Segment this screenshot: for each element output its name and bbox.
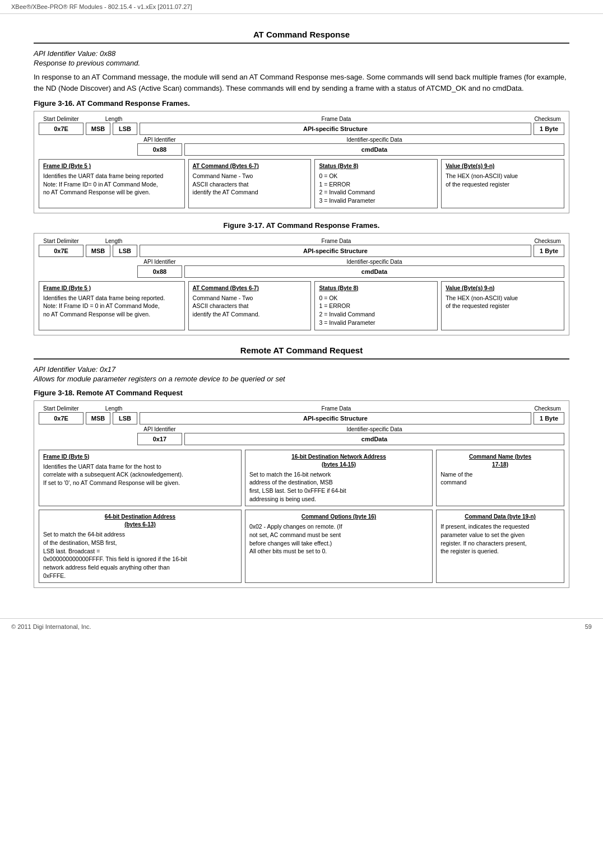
label-length-2: Length bbox=[86, 238, 142, 244]
label-api-id-3: API Identifier bbox=[137, 426, 182, 432]
detail3-cmd-name-box: Command Name (bytes17-18) Name of thecom… bbox=[436, 450, 564, 507]
cell-x7e-1: 0x7E bbox=[39, 123, 84, 135]
detail1-at-cmd-title: AT Command (Bytes 6-7) bbox=[193, 162, 307, 170]
detail3-cmd-data-box: Command Data (byte 19-n) If present, ind… bbox=[436, 510, 564, 583]
footer-copyright: © 2011 Digi Internatonal, Inc. bbox=[11, 623, 91, 630]
detail2-frame-id-text: Identifies the UART data frame being rep… bbox=[43, 294, 180, 319]
cell-api-specific-3: API-specific Structure bbox=[140, 412, 531, 424]
label-api-id-1: API Identifier bbox=[137, 137, 182, 143]
detail3-cmd-options-title: Command Options (byte 16) bbox=[249, 513, 428, 521]
header-text: XBee®/XBee-PRO® RF Modules - 802.15.4 - … bbox=[11, 3, 192, 10]
label-start-delim-2: Start Delimiter bbox=[39, 238, 84, 244]
detail1-frame-id-title: Frame ID (Byte 5 ) bbox=[43, 162, 180, 170]
detail2-status-box: Status (Byte 8) 0 = OK1 = ERROR2 = Inval… bbox=[314, 281, 438, 330]
cell-cmddata-1: cmdData bbox=[184, 143, 564, 156]
section2-title: Remote AT Command Request bbox=[34, 346, 569, 355]
cell-lsb-3: LSB bbox=[113, 412, 137, 424]
detail1-value-box: Value (Byte(s) 9-n) The HEX (non-ASCII) … bbox=[441, 159, 564, 208]
cell-api-specific-1: API-specific Structure bbox=[140, 123, 531, 135]
cell-x7e-2: 0x7E bbox=[39, 245, 84, 257]
section1-title: AT Command Response bbox=[34, 30, 569, 39]
fig16-label: Figure 3-16. AT Command Response Frames. bbox=[34, 99, 569, 108]
detail1-value-text: The HEX (non-ASCII) valueof the requeste… bbox=[446, 172, 560, 188]
detail3-cmd-data-title: Command Data (byte 19-n) bbox=[440, 513, 560, 521]
detail1-at-cmd-box: AT Command (Bytes 6-7) Command Name - Tw… bbox=[188, 159, 312, 208]
label-length-3: Length bbox=[86, 405, 142, 412]
cell-1byte-2: 1 Byte bbox=[534, 245, 564, 257]
detail3-dest16-text: Set to match the 16-bit networkaddress o… bbox=[249, 470, 428, 503]
label-checksum-2: Checksum bbox=[531, 238, 564, 244]
detail1-status-text: 0 = OK1 = ERROR2 = Invalid Command3 = In… bbox=[319, 172, 433, 205]
detail3-frame-id-title: Frame ID (Byte 5) bbox=[43, 453, 237, 461]
fig17-diagram: Start Delimiter Length Frame Data Checks… bbox=[34, 233, 569, 335]
cell-lsb-2: LSB bbox=[113, 245, 137, 257]
detail3-frame-id-box: Frame ID (Byte 5) Identifies the UART da… bbox=[39, 450, 242, 507]
page-header: XBee®/XBee-PRO® RF Modules - 802.15.4 - … bbox=[0, 0, 603, 14]
label-frame-data-2: Frame Data bbox=[144, 238, 528, 244]
cell-msb-1: MSB bbox=[86, 123, 110, 135]
detail3-dest16-box: 16-bit Destination Network Address(bytes… bbox=[245, 450, 433, 507]
section1-api-desc: Response to previous command. bbox=[34, 59, 569, 67]
cell-x88-2: 0x88 bbox=[137, 265, 182, 278]
cell-msb-2: MSB bbox=[86, 245, 110, 257]
cell-lsb-1: LSB bbox=[113, 123, 137, 135]
label-frame-data-1: Frame Data bbox=[144, 116, 528, 122]
detail1-value-title: Value (Byte(s) 9-n) bbox=[446, 162, 560, 170]
detail2-value-text: The HEX (non-ASCII) valueof the requeste… bbox=[446, 294, 560, 310]
label-frame-data-3: Frame Data bbox=[144, 405, 528, 412]
label-start-delim-1: Start Delimiter bbox=[39, 116, 84, 122]
detail1-frame-id-box: Frame ID (Byte 5 ) Identifies the UART d… bbox=[39, 159, 185, 208]
detail3-cmd-name-title: Command Name (bytes17-18) bbox=[440, 453, 560, 469]
detail2-value-box: Value (Byte(s) 9-n) The HEX (non-ASCII) … bbox=[441, 281, 564, 330]
cell-x7e-3: 0x7E bbox=[39, 412, 84, 424]
page-footer: © 2011 Digi Internatonal, Inc. 59 bbox=[0, 618, 603, 634]
detail1-at-cmd-text: Command Name - TwoASCII characters thati… bbox=[193, 172, 307, 197]
section2-api-value: API Identifier Value: 0x17 bbox=[34, 365, 569, 374]
page-content: AT Command Response API Identifier Value… bbox=[0, 14, 603, 607]
cell-1byte-1: 1 Byte bbox=[534, 123, 564, 135]
label-start-delim-3: Start Delimiter bbox=[39, 405, 84, 412]
detail1-frame-id-text: Identifies the UART data frame being rep… bbox=[43, 172, 180, 197]
label-checksum-1: Checksum bbox=[531, 116, 564, 122]
detail1-status-box: Status (Byte 8) 0 = OK1 = ERROR2 = Inval… bbox=[314, 159, 438, 208]
label-checksum-3: Checksum bbox=[531, 405, 564, 412]
section1-divider bbox=[34, 43, 569, 44]
fig18-label: Figure 3-18. Remote AT Command Request bbox=[34, 389, 569, 397]
cell-1byte-3: 1 Byte bbox=[534, 412, 564, 424]
detail3-dest64-text: Set to match the 64-bit addressof the de… bbox=[43, 530, 237, 580]
detail2-value-title: Value (Byte(s) 9-n) bbox=[446, 284, 560, 292]
detail2-status-title: Status (Byte 8) bbox=[319, 284, 433, 292]
section1-body: In response to an AT Command message, th… bbox=[34, 72, 569, 94]
cell-x88-1: 0x88 bbox=[137, 143, 182, 156]
section2-divider bbox=[34, 358, 569, 360]
detail3-dest64-box: 64-bit Destination Address(bytes 6-13) S… bbox=[39, 510, 242, 583]
cell-cmddata-2: cmdData bbox=[184, 265, 564, 278]
section-remote-at-command: Remote AT Command Request API Identifier… bbox=[34, 346, 569, 589]
section-at-command-response: AT Command Response API Identifier Value… bbox=[34, 30, 569, 335]
detail2-at-cmd-box: AT Command (Bytes 6-7) Command Name - Tw… bbox=[188, 281, 312, 330]
detail3-dest64-title: 64-bit Destination Address(bytes 6-13) bbox=[43, 513, 237, 529]
detail2-frame-id-box: Frame ID (Byte 5 ) Identifies the UART d… bbox=[39, 281, 185, 330]
label-id-specific-2: Identifier-specific Data bbox=[184, 259, 564, 265]
label-id-specific-1: Identifier-specific Data bbox=[184, 137, 564, 143]
detail3-cmd-options-box: Command Options (byte 16) 0x02 - Apply c… bbox=[245, 510, 433, 583]
fig18-diagram: Start Delimiter Length Frame Data Checks… bbox=[34, 400, 569, 589]
section1-api-value: API Identifier Value: 0x88 bbox=[34, 49, 569, 58]
section2-api-desc: Allows for module parameter registers on… bbox=[34, 375, 569, 383]
footer-page: 59 bbox=[585, 623, 592, 630]
detail3-dest16-title: 16-bit Destination Network Address(bytes… bbox=[249, 453, 428, 469]
label-length-1: Length bbox=[86, 116, 142, 122]
label-id-specific-3: Identifier-specific Data bbox=[184, 426, 564, 432]
detail1-status-title: Status (Byte 8) bbox=[319, 162, 433, 170]
detail2-frame-id-title: Frame ID (Byte 5 ) bbox=[43, 284, 180, 292]
cell-cmddata-3: cmdData bbox=[184, 433, 564, 445]
detail3-cmd-options-text: 0x02 - Apply changes on remote. (Ifnot s… bbox=[249, 522, 428, 556]
detail3-cmd-name-text: Name of thecommand bbox=[440, 470, 560, 487]
cell-msb-3: MSB bbox=[86, 412, 110, 424]
detail2-status-text: 0 = OK1 = ERROR2 = Invalid Command3 = In… bbox=[319, 294, 433, 327]
label-api-id-2: API Identifier bbox=[137, 259, 182, 265]
fig17-label: Figure 3-17. AT Command Response Frames. bbox=[34, 221, 569, 230]
detail3-cmd-data-text: If present, indicates the requestedparam… bbox=[440, 522, 560, 556]
detail2-at-cmd-title: AT Command (Bytes 6-7) bbox=[193, 284, 307, 292]
cell-api-specific-2: API-specific Structure bbox=[140, 245, 531, 257]
